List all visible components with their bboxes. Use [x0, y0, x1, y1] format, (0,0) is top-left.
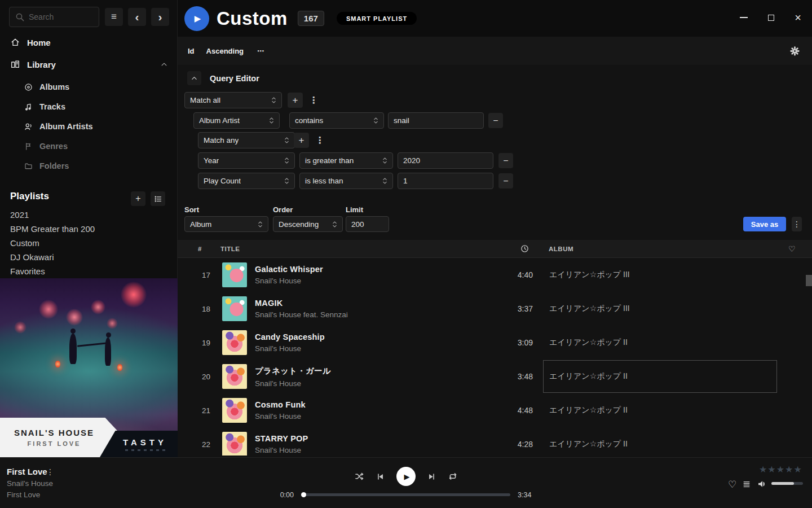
previous-button[interactable] [376, 472, 385, 481]
search-input[interactable] [29, 12, 93, 21]
add-playlist-button[interactable]: + [131, 191, 145, 206]
playlist-item-dj-okawari[interactable]: DJ Okawari [10, 252, 54, 262]
track-artist[interactable]: Snail's House [255, 446, 308, 454]
sidebar-item-home[interactable]: Home [10, 34, 51, 50]
query-editor-collapse-button[interactable] [187, 71, 201, 85]
now-playing-artist[interactable]: Snail's House [7, 479, 53, 488]
shuffle-button[interactable] [354, 471, 364, 481]
duration-clock-icon[interactable] [520, 244, 529, 253]
window-maximize-button[interactable] [766, 12, 776, 23]
forward-button[interactable]: › [151, 8, 169, 26]
sidebar-item-albums[interactable]: Albums [24, 80, 69, 94]
track-title[interactable]: STARRY POP [255, 434, 308, 443]
track-album-cell[interactable]: エイリアン☆ポップ II [543, 326, 777, 359]
subrule2-field-select[interactable]: Play Count [198, 173, 295, 189]
sidebar-item-library[interactable]: Library [10, 56, 56, 72]
remove-subrule2-button[interactable]: − [498, 173, 513, 189]
track-artist[interactable]: Snail's House [255, 277, 323, 285]
subrule2-operator-select[interactable]: is less than [299, 173, 393, 189]
now-playing-artwork[interactable]: SNAIL'S HOUSE FIRST LOVE TASTY [0, 278, 178, 457]
subrule1-value-input[interactable] [398, 152, 493, 169]
track-title[interactable]: MAGIK [255, 299, 348, 308]
scrollbar-thumb[interactable] [806, 275, 812, 286]
track-artist[interactable]: Snail's House [255, 412, 306, 421]
star-icon[interactable]: ★ [759, 464, 767, 475]
playlist-item-2021[interactable]: 2021 [10, 210, 29, 220]
album-art-thumbnail[interactable] [222, 432, 247, 456]
sidebar-item-album-artists[interactable]: Album Artists [24, 119, 93, 134]
play-pause-button[interactable]: ▶ [396, 467, 416, 486]
track-artist[interactable]: Snail's House [255, 379, 331, 388]
match-all-select[interactable]: Match all [184, 92, 282, 108]
table-row[interactable]: 17 Galactic Whisper Snail's House 4:40 エ… [178, 258, 812, 292]
save-menu-button[interactable]: ⋮ [792, 217, 802, 231]
playlist-item-bpm[interactable]: BPM Greater than 200 [10, 224, 95, 234]
sidebar-item-tracks[interactable]: Tracks [24, 99, 65, 114]
now-playing-title[interactable]: First Love [7, 467, 47, 476]
sidebar-item-folders[interactable]: Folders [24, 159, 69, 173]
menu-button[interactable]: ≡ [105, 8, 123, 26]
star-icon[interactable]: ★ [767, 464, 775, 475]
track-title[interactable]: Candy Spaceship [255, 332, 325, 341]
sort-field-button[interactable]: Id [188, 47, 195, 55]
track-title[interactable]: プラネット・ガール [255, 366, 331, 376]
add-rule-button[interactable]: + [288, 93, 303, 108]
album-art-thumbnail[interactable] [222, 398, 247, 423]
now-playing-menu-button[interactable]: ⋮ [46, 467, 54, 476]
table-row[interactable]: 19 Candy Spaceship Snail's House 3:09 エイ… [178, 326, 812, 360]
playlist-item-custom[interactable]: Custom [10, 238, 39, 248]
next-button[interactable] [427, 472, 436, 481]
more-options-button[interactable]: ⋯ [257, 47, 264, 55]
table-row[interactable]: 22 STARRY POP Snail's House 4:28 エイリアン☆ポ… [178, 427, 812, 456]
subgroup-menu-button[interactable]: ⋮ [315, 136, 324, 145]
favorite-heart-icon[interactable]: ♡ [788, 240, 796, 258]
playlist-view-button[interactable] [151, 191, 165, 206]
star-icon[interactable]: ★ [785, 464, 793, 475]
column-album[interactable]: ALBUM [549, 240, 573, 258]
table-row[interactable]: 21 Cosmo Funk Snail's House 4:48 エイリアン☆ポ… [178, 393, 812, 427]
track-artist[interactable]: Snail's House feat. Sennzai [255, 310, 348, 319]
seek-handle[interactable] [301, 492, 306, 497]
track-album-cell[interactable]: エイリアン☆ポップ III [543, 292, 777, 325]
window-minimize-button[interactable] [739, 12, 749, 23]
volume-button[interactable] [757, 479, 766, 491]
track-album-cell[interactable]: エイリアン☆ポップ II [543, 360, 777, 393]
subrule2-value-input[interactable] [398, 173, 493, 189]
track-title[interactable]: Galactic Whisper [255, 265, 323, 274]
star-icon[interactable]: ★ [793, 464, 801, 475]
window-close-button[interactable]: × [793, 12, 803, 23]
favorite-button[interactable]: ♡ [728, 479, 736, 491]
column-index[interactable]: # [198, 240, 202, 258]
subrule1-operator-select[interactable]: is greater than [299, 152, 393, 169]
search-input-container[interactable] [9, 7, 99, 27]
volume-slider[interactable] [771, 482, 803, 485]
play-playlist-button[interactable]: ▶ [184, 6, 209, 31]
album-art-thumbnail[interactable] [222, 364, 247, 389]
album-art-thumbnail[interactable] [222, 262, 247, 287]
subrule1-field-select[interactable]: Year [198, 152, 295, 169]
remove-subrule1-button[interactable]: − [498, 153, 513, 168]
queue-button[interactable] [743, 480, 751, 491]
sort-select[interactable]: Album [184, 216, 268, 232]
table-row[interactable]: 18 MAGIK Snail's House feat. Sennzai 3:3… [178, 292, 812, 326]
table-row[interactable]: 20 プラネット・ガール Snail's House 3:48 エイリアン☆ポッ… [178, 360, 812, 393]
match-any-select[interactable]: Match any [198, 132, 295, 148]
limit-input[interactable] [346, 216, 389, 232]
rule-operator-select[interactable]: contains [289, 112, 384, 129]
library-collapse-chevron-icon[interactable] [160, 60, 168, 68]
now-playing-album[interactable]: First Love [7, 491, 40, 499]
rule-field-select[interactable]: Album Artist [193, 112, 280, 129]
track-artist[interactable]: Snail's House [255, 344, 325, 353]
back-button[interactable]: ‹ [128, 8, 146, 26]
settings-gear-icon[interactable] [790, 46, 800, 56]
star-icon[interactable]: ★ [776, 464, 784, 475]
seek-slider[interactable] [302, 493, 510, 496]
album-art-thumbnail[interactable] [222, 296, 247, 321]
album-art-thumbnail[interactable] [222, 330, 247, 355]
order-select[interactable]: Descending [273, 216, 343, 232]
track-album-cell[interactable]: エイリアン☆ポップ III [543, 259, 777, 291]
track-title[interactable]: Cosmo Funk [255, 400, 306, 409]
remove-rule-button[interactable]: − [488, 113, 503, 128]
save-as-button[interactable]: Save as [743, 217, 786, 231]
column-title[interactable]: TITLE [220, 240, 240, 258]
